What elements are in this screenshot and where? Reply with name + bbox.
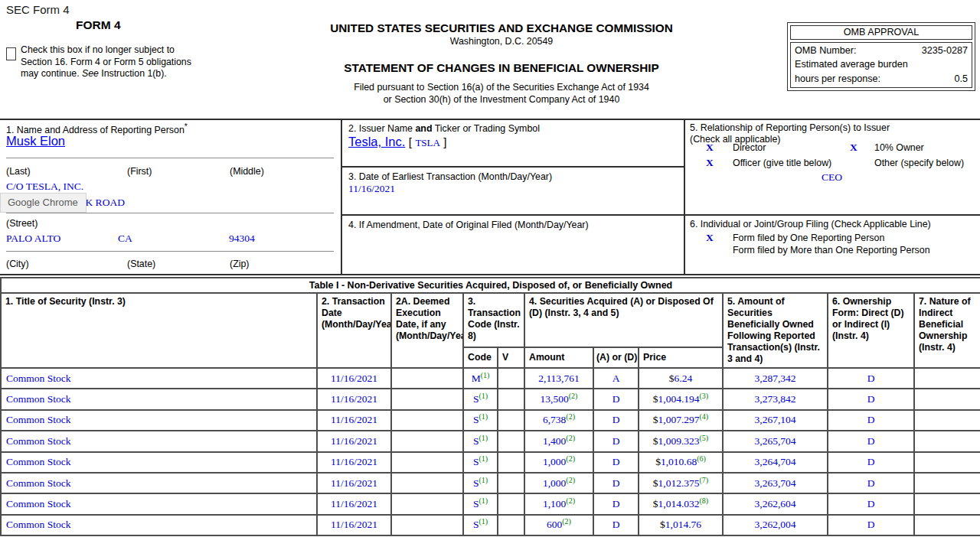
section4-amendment: 4. If Amendment, Date of Original Filed … bbox=[342, 216, 684, 274]
header-nature-indirect: 7. Nature of Indirect Beneficial Ownersh… bbox=[914, 293, 980, 368]
middle-name-label: (Middle) bbox=[230, 166, 264, 177]
cell-transaction-code: S(1) bbox=[463, 493, 498, 514]
cell-a-or-d: D bbox=[593, 389, 639, 409]
footnote-ref: (2) bbox=[566, 475, 575, 483]
subheader-amount: Amount bbox=[524, 347, 593, 368]
dollar-sign: $ bbox=[669, 373, 675, 384]
cell-ownership-form: D bbox=[828, 410, 914, 431]
table-row: Common Stock11/16/2021S(1)1,000(2)D$1,01… bbox=[1, 473, 980, 493]
subheader-price: Price bbox=[639, 347, 723, 368]
cell-v bbox=[498, 389, 524, 409]
cell-a-or-d: D bbox=[593, 515, 639, 535]
checkbox-see-italic: See bbox=[82, 68, 99, 79]
table1-title-row: Table I - Non-Derivative Securities Acqu… bbox=[1, 278, 980, 293]
agency-city: Washington, D.C. 20549 bbox=[260, 36, 743, 47]
cell-price: $1,010.68(6) bbox=[639, 452, 723, 473]
footnote-ref: (6) bbox=[697, 454, 706, 463]
officer-checkbox-x: X bbox=[706, 157, 714, 169]
cell-nature-indirect bbox=[914, 368, 980, 389]
cell-deemed-execution-date bbox=[391, 473, 463, 493]
earliest-transaction-date: 11/16/2021 bbox=[348, 183, 395, 195]
section5-label: 5. Relationship of Reporting Person(s) t… bbox=[690, 122, 890, 145]
cell-price: $1,009.323(5) bbox=[639, 431, 723, 451]
cell-owned-following: 3,262,004 bbox=[723, 515, 828, 535]
cell-a-or-d: D bbox=[593, 493, 639, 514]
divider bbox=[6, 158, 334, 158]
cell-deemed-execution-date bbox=[391, 515, 463, 535]
cell-ownership-form: D bbox=[828, 368, 914, 389]
relationship-column: 5. Relationship of Reporting Person(s) t… bbox=[685, 120, 980, 274]
section3-earliest-transaction: 3. Date of Earliest Transaction (Month/D… bbox=[342, 168, 684, 216]
sec-form-4-label: SEC Form 4 bbox=[6, 3, 70, 16]
cell-v bbox=[498, 493, 524, 514]
table-row: Common Stock11/16/2021M(1)2,113,761A$6.2… bbox=[1, 368, 980, 389]
header-title-of-security: 1. Title of Security (Instr. 3) bbox=[1, 293, 317, 368]
section6-filing-type: 6. Individual or Joint/Group Filing (Che… bbox=[685, 216, 980, 274]
state-label: (State) bbox=[127, 259, 155, 269]
reporting-person-link[interactable]: Musk Elon bbox=[6, 134, 65, 148]
omb-body: OMB Number: 3235-0287 Estimated average … bbox=[790, 42, 972, 88]
cell-price: $1,012.375(7) bbox=[639, 473, 723, 493]
ten-percent-owner-x: X bbox=[850, 142, 858, 154]
section16-checkbox-label: Check this box if no longer subject to S… bbox=[21, 44, 207, 80]
issuer-column: 2. Issuer Name and Ticker or Trading Sym… bbox=[342, 120, 685, 274]
more-person-label: Form filed by More than One Reporting Pe… bbox=[733, 245, 930, 255]
dollar-sign: $ bbox=[653, 477, 658, 489]
browser-tooltip: Google Chrome bbox=[0, 193, 87, 213]
cell-v bbox=[498, 431, 524, 451]
divider bbox=[6, 213, 334, 213]
form-header: UNITED STATES SECURITIES AND EXCHANGE CO… bbox=[260, 21, 743, 106]
cell-nature-indirect bbox=[914, 473, 980, 493]
cell-transaction-code: M(1) bbox=[463, 368, 498, 389]
footnote-ref: (3) bbox=[700, 392, 709, 400]
cell-transaction-date: 11/16/2021 bbox=[317, 515, 391, 535]
cell-owned-following: 3,263,704 bbox=[723, 473, 828, 493]
omb-number-label: OMB Number: bbox=[795, 44, 856, 57]
table-row: Common Stock11/16/2021S(1)6,738(2)D$1,00… bbox=[1, 410, 980, 431]
omb-number-value: 3235-0287 bbox=[922, 44, 968, 57]
footnote-ref: (1) bbox=[479, 496, 488, 505]
footnote-ref: (1) bbox=[481, 370, 490, 379]
cell-nature-indirect bbox=[914, 515, 980, 535]
cell-nature-indirect bbox=[914, 410, 980, 431]
agency-title: UNITED STATES SECURITIES AND EXCHANGE CO… bbox=[260, 21, 743, 35]
footnote-ref: (1) bbox=[479, 392, 488, 400]
dollar-sign: $ bbox=[653, 414, 658, 425]
section16-checkbox[interactable] bbox=[6, 47, 16, 60]
table1-header-row: 1. Title of Security (Instr. 3) 2. Trans… bbox=[1, 293, 980, 347]
director-label: Director bbox=[733, 142, 766, 153]
cell-owned-following: 3,265,704 bbox=[723, 431, 828, 451]
cell-deemed-execution-date bbox=[391, 493, 463, 514]
cell-ownership-form: D bbox=[828, 515, 914, 535]
director-checkbox-x: X bbox=[706, 142, 714, 154]
cell-price: $6.24 bbox=[639, 368, 723, 389]
issuer-link[interactable]: Tesla, Inc. bbox=[348, 135, 405, 148]
header-transaction-code: 3. Transaction Code (Instr. 8) bbox=[463, 293, 524, 347]
cell-v bbox=[498, 452, 524, 473]
table-row: Common Stock11/16/2021S(1)1,400(2)D$1,00… bbox=[1, 431, 980, 451]
pursuant-text: Filed pursuant to Section 16(a) of the S… bbox=[260, 82, 743, 106]
cell-transaction-date: 11/16/2021 bbox=[317, 389, 391, 409]
subheader-v: V bbox=[498, 347, 524, 368]
header-securities-acquired-disposed: 4. Securities Acquired (A) or Disposed O… bbox=[524, 293, 723, 347]
cell-transaction-date: 11/16/2021 bbox=[317, 431, 391, 451]
address-line1: C/O TESLA, INC. bbox=[6, 181, 83, 193]
footnote-ref: (5) bbox=[700, 433, 709, 441]
statement-title: STATEMENT OF CHANGES IN BENEFICIAL OWNER… bbox=[260, 61, 743, 75]
cell-transaction-code: S(1) bbox=[463, 515, 498, 535]
divider bbox=[6, 251, 334, 252]
section5-label-line2: (Check all applicable) bbox=[690, 134, 890, 145]
city-label: (City) bbox=[6, 259, 29, 269]
cell-ownership-form: D bbox=[828, 473, 914, 493]
dollar-sign: $ bbox=[653, 435, 658, 447]
cell-a-or-d: D bbox=[593, 410, 639, 431]
cell-deemed-execution-date bbox=[391, 452, 463, 473]
issuer-line: Tesla, Inc. [ TSLA ] bbox=[348, 135, 447, 149]
reporting-sections: 1. Name and Address of Reporting Person*… bbox=[0, 119, 980, 275]
footnote-ref: (2) bbox=[569, 392, 578, 400]
omb-title: OMB APPROVAL bbox=[790, 25, 972, 40]
cell-amount: 600(2) bbox=[524, 515, 593, 535]
cell-deemed-execution-date bbox=[391, 431, 463, 451]
last-name-label: (Last) bbox=[6, 166, 31, 177]
footnote-ref: (2) bbox=[566, 433, 575, 441]
